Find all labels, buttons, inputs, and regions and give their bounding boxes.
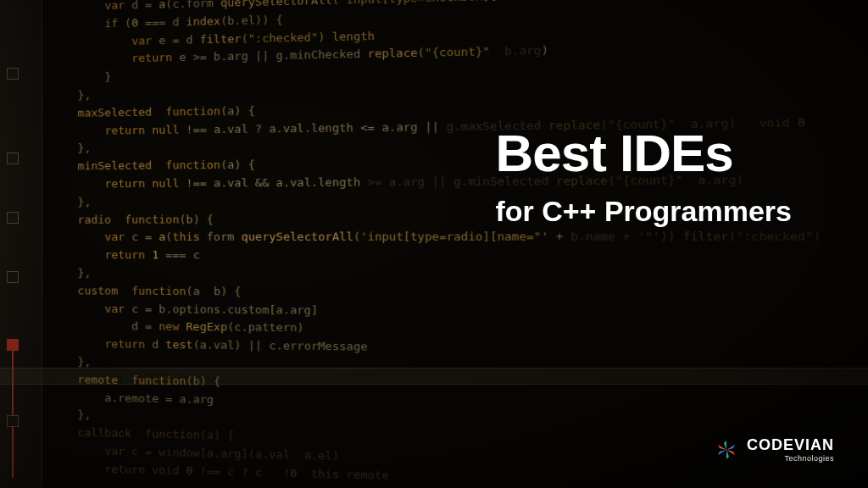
logo-name-text: CODEVIAN xyxy=(747,436,834,454)
logo-mark-icon xyxy=(715,438,738,462)
title-main-text: Best IDEs xyxy=(495,127,792,180)
title-sub-text: for C++ Programmers xyxy=(495,195,792,228)
logo-tagline-text: Technologies xyxy=(747,454,834,463)
code-line: var c = a(this.form.querySelectorAll('in… xyxy=(51,228,868,247)
hero-title: Best IDEs for C++ Programmers xyxy=(495,127,792,228)
code-line: return 1 === c xyxy=(51,247,868,266)
brand-logo: CODEVIAN Technologies xyxy=(715,436,834,463)
code-editor-content: var d = a(c.form.querySelectorAll('input… xyxy=(0,0,868,488)
